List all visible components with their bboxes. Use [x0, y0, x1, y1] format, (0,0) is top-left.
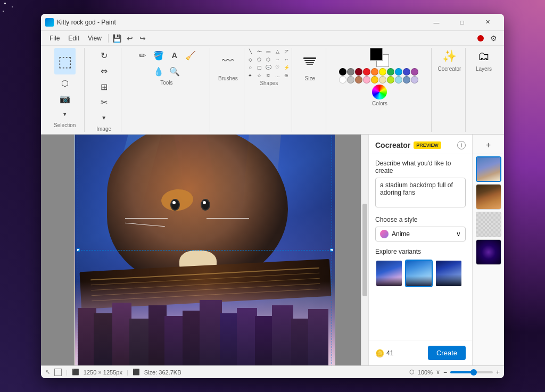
- shape-diamond[interactable]: ◇: [246, 56, 254, 63]
- add-layer-btn[interactable]: +: [482, 139, 495, 152]
- brush-btn[interactable]: 〰: [217, 48, 238, 74]
- shape-arrow[interactable]: →: [274, 56, 281, 63]
- variant-2[interactable]: [405, 260, 433, 287]
- selection-options-btn[interactable]: ▼: [57, 106, 72, 121]
- shape-circle[interactable]: ○: [246, 64, 254, 71]
- color-indigo[interactable]: [403, 68, 410, 76]
- color-lime[interactable]: [387, 76, 394, 84]
- zoom-minus-btn[interactable]: −: [443, 369, 447, 376]
- zoom-slider[interactable]: [450, 371, 493, 373]
- image-select-btn[interactable]: 📷: [57, 91, 72, 106]
- redo-btn[interactable]: ↪: [136, 32, 149, 45]
- layer-4[interactable]: [476, 239, 501, 265]
- canvas-area[interactable]: [41, 135, 368, 365]
- info-icon-btn[interactable]: i: [457, 141, 466, 149]
- rotate-btn[interactable]: ↻: [96, 48, 111, 63]
- shape-lightning[interactable]: ⚡: [283, 64, 290, 71]
- canvas-vscroll[interactable]: [361, 135, 368, 365]
- color-lavender[interactable]: [411, 76, 418, 84]
- settings-btn[interactable]: ⚙: [487, 32, 500, 45]
- canvas-vscroll-thumb[interactable]: [362, 204, 367, 296]
- maximize-button[interactable]: □: [450, 14, 474, 31]
- color-pink[interactable]: [363, 76, 370, 84]
- style-dropdown[interactable]: Anime ∨: [375, 227, 466, 241]
- eraser-btn[interactable]: 🧹: [183, 48, 198, 63]
- fill-btn[interactable]: 🪣: [151, 48, 166, 63]
- color-lightgray[interactable]: [347, 76, 354, 84]
- select-rectangle-btn[interactable]: ⬚: [54, 48, 76, 74]
- shape-callout[interactable]: 💬: [265, 64, 272, 71]
- color-steelblue[interactable]: [403, 76, 410, 84]
- color-yellow[interactable]: [379, 68, 386, 76]
- zoom-thumb[interactable]: [470, 369, 477, 376]
- color-wheel[interactable]: [372, 85, 387, 99]
- zoom-plus-btn[interactable]: +: [496, 369, 500, 376]
- fg-bg-color-selector[interactable]: [370, 48, 389, 67]
- shape-curve[interactable]: 〜: [255, 48, 263, 55]
- color-skyblue[interactable]: [395, 76, 402, 84]
- shape-line[interactable]: ╲: [246, 48, 254, 55]
- ribbon-group-layers: 🗂 Layers: [468, 48, 500, 132]
- menu-edit[interactable]: Edit: [64, 33, 84, 44]
- shape-rounded[interactable]: ▢: [255, 64, 263, 71]
- resize-btn[interactable]: ⊞: [96, 79, 111, 94]
- crowd-fig-3: [112, 303, 131, 365]
- shape-arrowdbl[interactable]: ↔: [283, 56, 290, 63]
- color-blue[interactable]: [395, 68, 402, 76]
- shape-hexagon[interactable]: ⬡: [265, 56, 272, 63]
- shape-more[interactable]: …: [274, 72, 281, 79]
- color-tan[interactable]: [379, 76, 386, 84]
- flip-btn[interactable]: ⇔: [96, 63, 111, 78]
- shape-heart[interactable]: ♡: [274, 64, 281, 71]
- close-button[interactable]: ✕: [475, 14, 500, 31]
- layer-1[interactable]: [476, 156, 501, 182]
- save-icon-btn[interactable]: 💾: [111, 32, 123, 45]
- size-selector-btn[interactable]: [296, 48, 323, 74]
- color-red[interactable]: [363, 68, 370, 76]
- foreground-color[interactable]: [370, 48, 383, 61]
- ribbon-group-cocreator: ✨ Cocreator: [434, 48, 466, 132]
- color-gray[interactable]: [347, 68, 354, 76]
- shape-star4[interactable]: ✦: [246, 72, 254, 79]
- variant-3[interactable]: [435, 260, 463, 287]
- create-button[interactable]: Create: [428, 346, 466, 360]
- layer-3[interactable]: [476, 212, 501, 237]
- image-options-btn[interactable]: ▼: [96, 110, 111, 125]
- colors-label: Colors: [372, 101, 387, 106]
- shape-rtriangle[interactable]: ◸: [283, 48, 290, 55]
- shape-pentagon[interactable]: ⬠: [255, 56, 263, 63]
- menu-view[interactable]: View: [84, 33, 106, 44]
- cocreator-btn[interactable]: ✨: [441, 48, 458, 65]
- color-brown[interactable]: [355, 76, 362, 84]
- canvas-image[interactable]: [75, 135, 335, 365]
- crop-btn[interactable]: ✂: [96, 95, 111, 110]
- cocreator-header: Cocreator PREVIEW i: [369, 135, 472, 154]
- color-gold[interactable]: [371, 76, 378, 84]
- text-btn[interactable]: A: [167, 48, 182, 63]
- select-freeform-btn[interactable]: ⬡: [57, 76, 72, 90]
- color-darkred[interactable]: [355, 68, 362, 76]
- shape-rect[interactable]: ▭: [265, 48, 272, 55]
- layer-2[interactable]: [476, 184, 501, 210]
- zoom-dropdown-icon: ∨: [436, 369, 440, 376]
- color-orange[interactable]: [371, 68, 378, 76]
- shape-extra[interactable]: ⊕: [283, 72, 290, 79]
- explore-label: Explore variants: [375, 248, 466, 255]
- variant-1[interactable]: [375, 260, 403, 287]
- colorpicker-btn[interactable]: 💧: [151, 64, 166, 79]
- layers-ribbon-btn[interactable]: 🗂: [475, 48, 492, 65]
- color-green[interactable]: [387, 68, 394, 76]
- minimize-button[interactable]: —: [424, 14, 449, 31]
- undo-btn[interactable]: ↩: [123, 32, 136, 45]
- color-purple[interactable]: [411, 68, 418, 76]
- menu-file[interactable]: File: [45, 33, 64, 44]
- color-black[interactable]: [339, 68, 346, 76]
- prompt-input[interactable]: [375, 178, 466, 207]
- pencil-btn[interactable]: ✏: [135, 48, 150, 63]
- zoom-btn[interactable]: 🔍: [167, 64, 182, 79]
- shape-star5[interactable]: ☆: [255, 72, 263, 79]
- shape-triangle[interactable]: △: [274, 48, 281, 55]
- file-size-icon: ⬛: [133, 369, 140, 376]
- color-white[interactable]: [339, 76, 346, 84]
- shape-star6[interactable]: ✡: [265, 72, 272, 79]
